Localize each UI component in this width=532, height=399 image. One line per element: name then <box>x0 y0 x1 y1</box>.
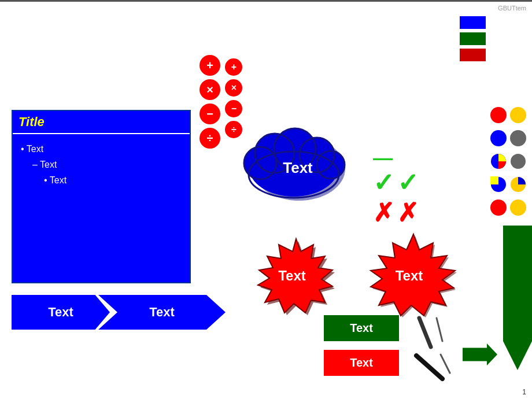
color-square-red <box>460 49 486 61</box>
dot-yellow-1 <box>510 107 526 123</box>
pie-2 <box>510 153 526 169</box>
watermark: GBUTtem <box>498 5 526 12</box>
title-text: Title <box>19 114 45 129</box>
cross-2: ✗ <box>397 200 419 226</box>
dot-red-1 <box>490 107 507 123</box>
svg-line-26 <box>441 354 450 373</box>
cross-row: ✗ ✗ <box>373 200 419 226</box>
starburst-1-text: Text <box>278 268 306 284</box>
green-arrow-large <box>503 226 532 370</box>
div-circle-1: ÷ <box>200 128 220 149</box>
math-col-1: + × − ÷ <box>200 55 220 152</box>
minus-circle-1: − <box>200 104 220 124</box>
diag-lines-svg <box>411 315 463 385</box>
title-box-body: Text Text Text <box>13 134 190 195</box>
text-box-green: Text <box>324 315 399 341</box>
pie-3 <box>490 176 507 193</box>
checkmarks-area: — ✓ ✓ ✗ ✗ <box>373 147 419 230</box>
dash-symbol: — <box>373 147 419 167</box>
plus-circle-2: + <box>225 58 242 76</box>
dot-blue-1 <box>490 130 507 146</box>
cross-1: ✗ <box>373 200 394 226</box>
title-box-header: Title <box>13 111 190 134</box>
cloud-text: Text <box>283 159 313 177</box>
diagonal-lines <box>411 315 463 387</box>
starburst-2-container: Text <box>356 231 463 320</box>
arrow-segment-2: Text <box>98 295 226 330</box>
pie-1 <box>490 153 507 169</box>
dot-yellow-2 <box>510 200 526 216</box>
top-border <box>0 0 532 2</box>
bullet-3: Text <box>21 172 182 188</box>
svg-line-24 <box>437 318 442 341</box>
dot-gray-1 <box>510 130 526 146</box>
plus-circle-1: + <box>200 55 220 76</box>
svg-line-23 <box>419 318 431 347</box>
starburst-2-text: Text <box>396 268 423 284</box>
checkmark-1: ✓ <box>373 170 394 195</box>
times-circle-1: × <box>200 79 220 100</box>
cloud-container: Text <box>237 121 359 214</box>
checkmark-2: ✓ <box>397 170 419 195</box>
color-square-green <box>460 32 486 45</box>
dot-red-2 <box>490 200 507 216</box>
color-squares <box>460 16 486 61</box>
svg-point-14 <box>511 154 526 169</box>
green-arrow-small <box>463 343 497 365</box>
page-number: 1 <box>522 388 526 396</box>
arrow-banner: Text Text <box>12 295 237 330</box>
starburst-1-container: Text <box>243 234 341 317</box>
title-box: Title Text Text Text <box>12 110 191 283</box>
bullet-2: Text <box>21 157 182 172</box>
arrow-segment-1: Text <box>12 295 110 330</box>
check-row: ✓ ✓ <box>373 170 419 195</box>
pie-4 <box>510 176 526 193</box>
svg-line-25 <box>416 356 442 379</box>
text-box-red: Text <box>324 350 399 376</box>
color-square-blue <box>460 16 486 29</box>
bullet-1: Text <box>21 141 182 157</box>
minus-circle-2: − <box>225 100 242 117</box>
pie-column <box>490 107 526 216</box>
times-circle-2: × <box>225 79 242 97</box>
